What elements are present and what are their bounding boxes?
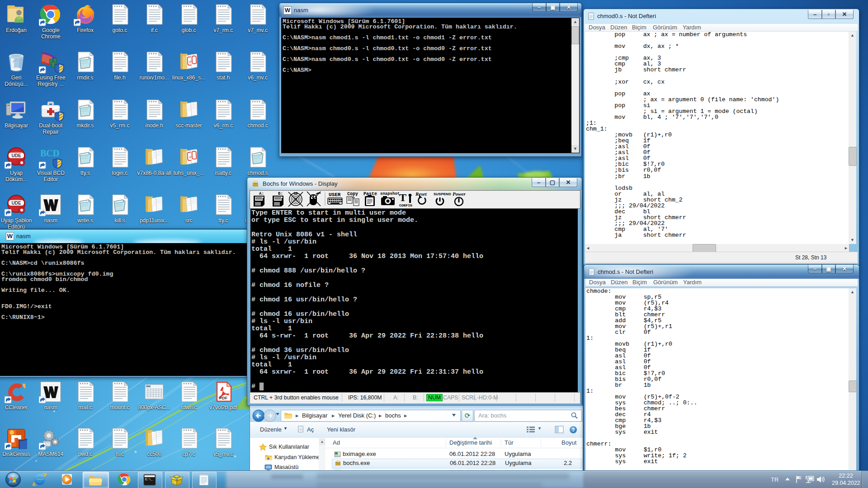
svg-text:Reset: Reset [415,191,427,197]
svg-text:USER: USER [329,192,341,197]
svg-text:Power: Power [453,191,466,197]
svg-text:CONFIG: CONFIG [399,203,412,207]
svg-text:B:: B: [278,192,283,196]
svg-text:SUSPEND: SUSPEND [434,192,451,196]
svg-text:CD: CD [293,191,298,195]
svg-text:T: T [399,192,406,203]
svg-text:Copy: Copy [347,192,358,197]
svg-text:A:: A: [259,192,264,196]
svg-text:snapshot: snapshot [380,192,400,196]
svg-text:C:\_: C:\_ [145,478,153,481]
svg-text:?: ? [572,427,575,432]
